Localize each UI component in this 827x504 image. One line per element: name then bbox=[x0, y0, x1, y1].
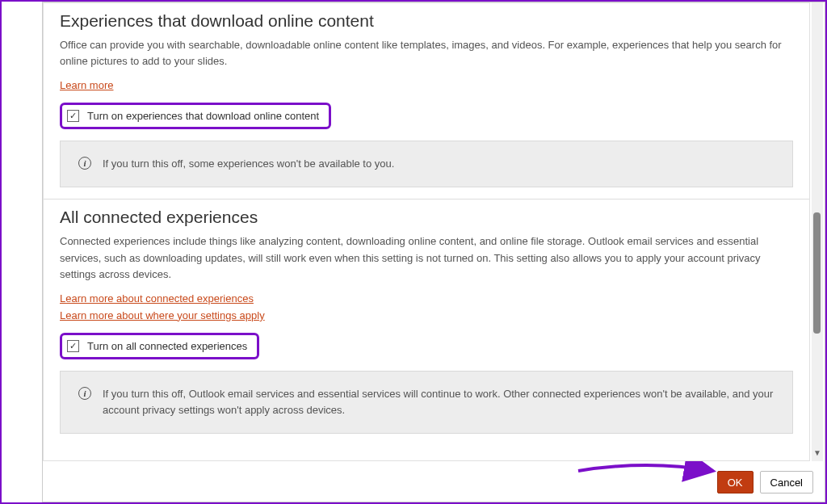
info-text: If you turn this off, some experiences w… bbox=[103, 156, 394, 172]
learn-more-settings-link[interactable]: Learn more about where your settings app… bbox=[60, 309, 265, 321]
scroll-down-icon[interactable]: ▼ bbox=[812, 448, 823, 460]
download-content-checkbox[interactable]: ✓ bbox=[67, 110, 79, 122]
section-heading: Experiences that download online content bbox=[60, 11, 793, 31]
info-box: i If you turn this off, some experiences… bbox=[60, 141, 793, 187]
info-box: i If you turn this off, Outlook email se… bbox=[60, 371, 793, 434]
checkmark-icon: ✓ bbox=[69, 342, 77, 351]
checkbox-highlight: ✓ Turn on experiences that download onli… bbox=[60, 103, 331, 129]
all-connected-section: All connected experiences Connected expe… bbox=[44, 199, 809, 445]
checkbox-highlight: ✓ Turn on all connected experiences bbox=[60, 333, 259, 359]
section-description: Connected experiences include things lik… bbox=[60, 233, 793, 282]
section-description: Office can provide you with searchable, … bbox=[60, 37, 793, 69]
dialog-buttons: OK Cancel bbox=[717, 471, 813, 494]
scrollbar[interactable]: ▼ bbox=[812, 2, 823, 461]
learn-more-connected-link[interactable]: Learn more about connected experiences bbox=[60, 292, 254, 304]
checkmark-icon: ✓ bbox=[69, 111, 77, 120]
info-icon: i bbox=[78, 387, 91, 400]
info-icon: i bbox=[78, 157, 91, 170]
learn-more-link[interactable]: Learn more bbox=[60, 79, 113, 91]
download-content-section: Experiences that download online content… bbox=[44, 3, 809, 199]
info-text: If you turn this off, Outlook email serv… bbox=[103, 386, 775, 418]
ok-button[interactable]: OK bbox=[717, 471, 754, 494]
scrollbar-thumb[interactable] bbox=[813, 212, 821, 334]
cancel-button[interactable]: Cancel bbox=[760, 471, 813, 494]
checkbox-label: Turn on all connected experiences bbox=[87, 340, 247, 352]
privacy-settings-panel: Experiences that download online content… bbox=[43, 2, 810, 461]
arrow-annotation bbox=[574, 461, 720, 485]
checkbox-label: Turn on experiences that download online… bbox=[87, 110, 319, 122]
section-heading: All connected experiences bbox=[60, 208, 793, 227]
all-connected-checkbox[interactable]: ✓ bbox=[67, 340, 79, 352]
